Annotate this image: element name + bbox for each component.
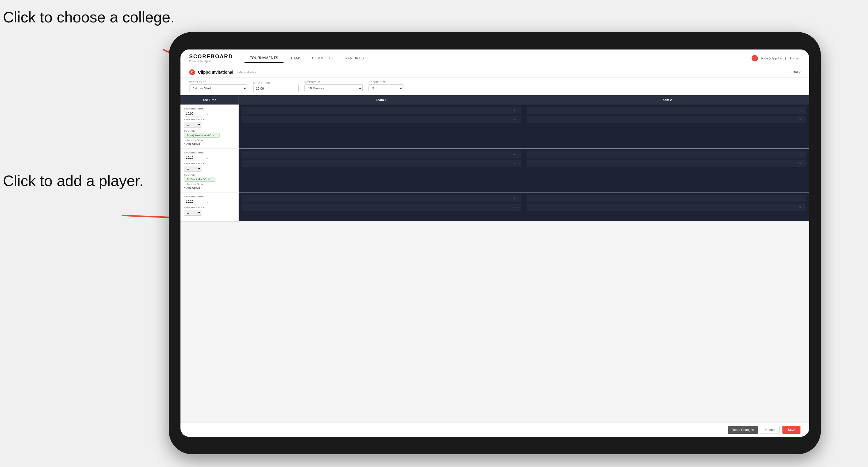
course-label-1: COURSE: [184,130,235,132]
sub-header: C Clippd Invitational (Men) Hosting ‹ Ba… [181,67,809,78]
brand: SCOREBOARD Powered by clippd [189,54,233,63]
expand-icon-5-1: ✕ ⌄ [514,197,519,200]
add-group-btn-2[interactable]: + Add Group [184,186,235,189]
team1-1: ✕ ⌄ ✕ ⌄ [239,104,524,148]
nav-teams[interactable]: TEAMS [283,54,307,63]
user-avatar [751,55,758,61]
team2-1: ✕ ⌄ ✕ ⌄ [524,104,809,148]
nav-committee[interactable]: COMMITTEE [307,54,340,63]
starting-hole-label-3: STARTING HOLE: [184,206,235,209]
remove-group-icon-2: ○ [184,183,185,186]
th-tee-time: Tee Time [181,95,239,104]
tee-row: STARTING TIME: ⏱ STARTING HOLE: 1 COURSE… [181,104,809,149]
sign-out-link[interactable]: Sign out [789,57,801,60]
intervals-select[interactable]: 10 Minutes [305,85,363,92]
player-slot-2-1[interactable]: ✕ ⌄ [527,107,806,115]
tournament-meta: (Men) Hosting [237,70,257,74]
starting-time-input-2[interactable] [184,155,204,160]
tablet-frame: SCOREBOARD Powered by clippd TOURNAMENTS… [169,32,821,454]
remove-group-btn-2[interactable]: ○ Remove Group [184,183,235,186]
intervals-label: Intervals [305,81,363,84]
tee-row-2: STARTING TIME: ⏱ STARTING HOLE: 1 COURSE… [181,149,809,192]
add-group-icon-2: + [184,186,185,189]
reset-button[interactable]: Reset Changes [728,426,758,434]
cancel-button[interactable]: Cancel [761,426,779,434]
save-button[interactable]: Save [782,426,801,434]
clock-icon-2: ⏱ [206,156,209,159]
expand-icon-6-1: ✕ ⌄ [799,197,805,200]
tee-left-2: STARTING TIME: ⏱ STARTING HOLE: 1 COURSE… [181,149,239,192]
tee-left-1: STARTING TIME: ⏱ STARTING HOLE: 1 COURSE… [181,104,239,148]
starting-time-label-2: STARTING TIME: [184,151,235,154]
tee-left-3: STARTING TIME: ⏱ STARTING HOLE: 1 [181,192,239,221]
course-tag-letter-2: 🏌 [186,178,189,181]
add-group-btn-1[interactable]: + Add Group [184,143,235,145]
th-team1: Team 1 [239,95,524,104]
main-content: STARTING TIME: ⏱ STARTING HOLE: 1 COURSE… [181,104,809,423]
nav-rankings[interactable]: RANKINGS [339,54,369,63]
remove-group-icon-1: ○ [184,139,185,142]
course-label-2: COURSE: [184,174,235,176]
th-team2: Team 2 [524,95,809,104]
course-remove-2[interactable]: ✕ ⌄ [208,178,213,181]
team1-3: ✕ ⌄ ✕ ⌄ [239,192,524,221]
starting-hole-row-2: 1 [184,166,235,172]
starting-hole-label-1: STARTING HOLE: [184,118,235,121]
remove-group-btn-1[interactable]: ○ Remove Group [184,139,235,142]
player-slot-1-1[interactable]: ✕ ⌄ [242,107,521,115]
group-size-select[interactable]: 3 [369,85,403,92]
nav-separator: | [785,57,786,60]
back-button[interactable]: ‹ Back [790,70,801,74]
course-tag-letter-1: 🏌 [186,134,189,137]
start-type-select[interactable]: 1st Tee Start [189,85,247,92]
starting-hole-select-1[interactable]: 1 [184,122,202,128]
starting-time-row-2: ⏱ [184,155,235,160]
tournament-title: Clippd Invitational [198,70,233,74]
team1-2: ✕ ⌄ ✕ ⌄ [239,149,524,192]
course-tag-2[interactable]: 🏌 East Lake GC ✕ ⌄ [184,177,215,182]
player-slot-4-1[interactable]: ✕ ⌄ [527,151,806,158]
start-type-group: Start Type 1st Tee Start [189,81,247,92]
clippd-logo: C [189,69,195,75]
starting-time-row-3: ⏱ [184,199,235,205]
expand-icon-6-2: ✕ ⌄ [799,206,805,209]
starting-time-row-1: ⏱ [184,111,235,117]
starting-hole-select-2[interactable]: 1 [184,166,202,172]
player-slot-1-2[interactable]: ✕ ⌄ [242,116,521,123]
nav-right: blair@clippd.io | Sign out [751,55,801,61]
expand-icon-3-2: ✕ ⌄ [514,162,519,165]
player-slot-6-1[interactable]: ✕ ⌄ [527,195,806,203]
starting-hole-row-3: 1 [184,210,235,216]
expand-icon-2-1: ✕ ⌄ [799,109,805,112]
group-size-group: Group Size 3 [369,81,403,92]
starting-hole-label-2: STARTING HOLE: [184,162,235,165]
player-slot-3-2[interactable]: ✕ ⌄ [242,160,521,167]
brand-powered: Powered by clippd [189,60,233,63]
form-controls: Start Type 1st Tee Start Start Time Inte… [181,78,809,95]
player-slot-5-1[interactable]: ✕ ⌄ [242,195,521,203]
start-time-input[interactable] [253,85,299,92]
starting-hole-select-3[interactable]: 1 [184,210,202,216]
table-header: Tee Time Team 1 Team 2 [181,95,809,104]
player-slot-2-2[interactable]: ✕ ⌄ [527,116,806,123]
nav-links: TOURNAMENTS TEAMS COMMITTEE RANKINGS [245,54,751,63]
start-time-group: Start Time [253,81,299,92]
annotation-add-player: Click to add a player. [3,172,144,190]
expand-icon-1-2: ✕ ⌄ [514,118,519,121]
player-slot-6-2[interactable]: ✕ ⌄ [527,204,806,211]
footer-bar: Reset Changes Cancel Save [181,423,809,437]
clock-icon-3: ⏱ [206,200,209,203]
course-remove-1[interactable]: ✕ ⌄ [213,134,218,137]
starting-time-input-1[interactable] [184,111,204,117]
expand-icon-3-1: ✕ ⌄ [514,153,519,156]
tablet-screen: SCOREBOARD Powered by clippd TOURNAMENTS… [181,50,809,437]
starting-time-input-3[interactable] [184,199,204,205]
player-slot-5-2[interactable]: ✕ ⌄ [242,204,521,211]
player-slot-4-2[interactable]: ✕ ⌄ [527,160,806,167]
player-slot-3-1[interactable]: ✕ ⌄ [242,151,521,158]
nav-tournaments[interactable]: TOURNAMENTS [245,54,283,63]
group-size-label: Group Size [369,81,403,84]
course-tag-1[interactable]: 🏌 (A) Peachtree GC ✕ ⌄ [184,133,220,138]
team2-2: ✕ ⌄ ✕ ⌄ [524,149,809,192]
add-group-icon-1: + [184,143,185,145]
